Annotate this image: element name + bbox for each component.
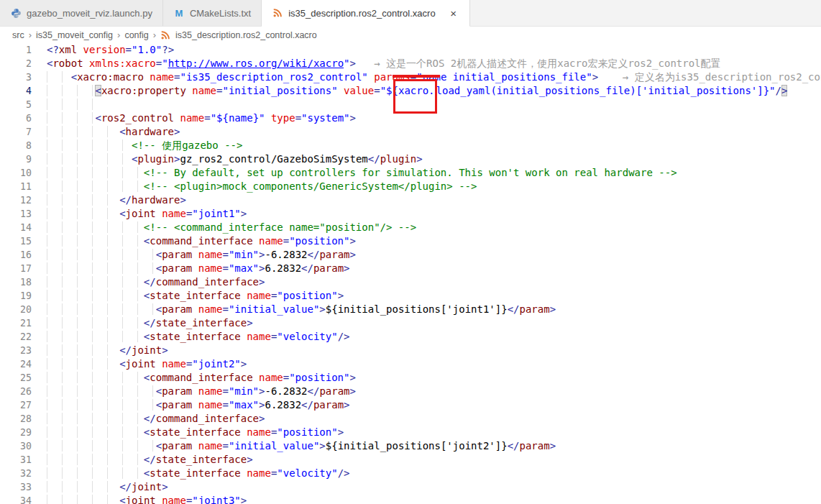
line-number: 30 <box>0 439 32 453</box>
line-number: 2 <box>0 57 32 70</box>
line-number: 24 <box>0 357 32 371</box>
line-number: 34 <box>0 494 32 504</box>
code-line-31[interactable]: 31 </state_interface> <box>0 453 821 467</box>
code-line-8[interactable]: 8 <!-- 使用gazebo --> <box>0 139 821 152</box>
tab-xacro-file[interactable]: is35_description.ros2_control.xacro× <box>262 0 470 27</box>
xml-icon <box>272 7 283 19</box>
line-content[interactable]: <?xml version="1.0"?> <box>32 43 174 57</box>
line-content[interactable]: </joint> <box>32 344 168 357</box>
code-line-23[interactable]: 23 </joint> <box>0 344 821 357</box>
chevron-right-icon: › <box>153 29 156 40</box>
breadcrumb-file[interactable]: is35_description.ros2_control.xacro <box>175 30 317 40</box>
code-line-22[interactable]: 22 <state_interface name="velocity"/> <box>0 330 821 344</box>
code-line-16[interactable]: 16 <param name="min">-6.2832</param> <box>0 248 821 262</box>
line-content[interactable]: <param name="max">6.2832</param> <box>32 262 350 275</box>
code-line-18[interactable]: 18 </command_interface> <box>0 275 821 289</box>
line-content[interactable]: <param name="min">-6.2832</param> <box>32 248 356 262</box>
code-line-13[interactable]: 13 <joint name="joint1"> <box>0 207 821 221</box>
line-content[interactable]: <joint name="joint2"> <box>32 357 247 371</box>
line-content[interactable]: <command_interface name="position"> <box>32 371 356 385</box>
line-content[interactable]: <command_interface name="position"> <box>32 234 356 248</box>
code-line-12[interactable]: 12 </hardware> <box>0 193 821 207</box>
line-content[interactable]: <state_interface name="position"> <box>32 289 344 303</box>
line-content[interactable] <box>32 98 95 111</box>
line-content[interactable]: <joint name="joint3"> <box>32 494 247 504</box>
breadcrumb-item-src[interactable]: src <box>12 30 24 40</box>
code-line-19[interactable]: 19 <state_interface name="position"> <box>0 289 821 303</box>
code-line-7[interactable]: 7 <hardware> <box>0 125 821 139</box>
code-line-20[interactable]: 20 <param name="initial_value">${initial… <box>0 303 821 316</box>
code-line-27[interactable]: 27 <param name="max">6.2832</param> <box>0 398 821 412</box>
line-content[interactable]: <robot xmlns:xacro="http://www.ros.org/w… <box>32 57 721 70</box>
line-number: 29 <box>0 426 32 439</box>
line-number: 14 <box>0 221 32 234</box>
line-content[interactable]: </command_interface> <box>32 412 265 426</box>
code-line-34[interactable]: 34 <joint name="joint3"> <box>0 494 821 504</box>
line-number: 18 <box>0 275 32 289</box>
code-line-28[interactable]: 28 </command_interface> <box>0 412 821 426</box>
chevron-right-icon: › <box>117 29 120 40</box>
line-content[interactable]: <ros2_control name="${name}" type="syste… <box>32 111 356 125</box>
code-line-9[interactable]: 9 <plugin>gz_ros2_control/GazeboSimSyste… <box>0 152 821 166</box>
line-number: 5 <box>0 98 32 111</box>
line-number: 15 <box>0 234 32 248</box>
code-line-14[interactable]: 14 <!-- <command_interface name="positio… <box>0 221 821 234</box>
tab-label: is35_description.ros2_control.xacro <box>288 8 436 19</box>
line-content[interactable]: <param name="initial_value">${initial_po… <box>32 439 556 453</box>
line-number: 31 <box>0 453 32 467</box>
code-line-32[interactable]: 32 <state_interface name="velocity"/> <box>0 467 821 480</box>
line-content[interactable]: <!-- <plugin>mock_components/GenericSyst… <box>32 180 477 193</box>
close-icon[interactable]: × <box>448 8 459 19</box>
line-number: 23 <box>0 344 32 357</box>
line-content[interactable]: <param name="initial_value">${initial_po… <box>32 303 556 316</box>
code-line-11[interactable]: 11 <!-- <plugin>mock_components/GenericS… <box>0 180 821 193</box>
line-content[interactable]: </state_interface> <box>32 316 253 330</box>
line-content[interactable]: <state_interface name="velocity"/> <box>32 330 349 344</box>
code-line-29[interactable]: 29 <state_interface name="position"> <box>0 426 821 439</box>
code-line-30[interactable]: 30 <param name="initial_value">${initial… <box>0 439 821 453</box>
breadcrumb-item-config[interactable]: config <box>124 30 148 40</box>
tab-bar: gazebo_moveit_rviz.launch.pyMCMakeLists.… <box>0 0 821 27</box>
line-content[interactable]: </state_interface> <box>32 453 253 467</box>
code-line-24[interactable]: 24 <joint name="joint2"> <box>0 357 821 371</box>
line-content[interactable]: <param name="max">6.2832</param> <box>32 398 350 412</box>
code-line-1[interactable]: 1<?xml version="1.0"?> <box>0 43 821 57</box>
line-content[interactable]: </hardware> <box>32 193 186 207</box>
code-line-2[interactable]: 2<robot xmlns:xacro="http://www.ros.org/… <box>0 57 821 70</box>
line-content[interactable]: <state_interface name="velocity"/> <box>32 467 349 480</box>
annotation-rectangle <box>393 79 437 114</box>
line-content[interactable]: </joint> <box>32 480 168 494</box>
line-number: 33 <box>0 480 32 494</box>
code-line-33[interactable]: 33 </joint> <box>0 480 821 494</box>
cmake-icon: M <box>173 7 185 19</box>
line-number: 13 <box>0 207 32 221</box>
tab-label: CMakeLists.txt <box>190 8 251 19</box>
code-line-26[interactable]: 26 <param name="min">-6.2832</param> <box>0 385 821 398</box>
code-line-21[interactable]: 21 </state_interface> <box>0 316 821 330</box>
code-line-25[interactable]: 25 <command_interface name="position"> <box>0 371 821 385</box>
line-number: 19 <box>0 289 32 303</box>
line-number: 32 <box>0 467 32 480</box>
tab-gazebo-launch[interactable]: gazebo_moveit_rviz.launch.py <box>0 0 163 26</box>
tab-label: gazebo_moveit_rviz.launch.py <box>27 8 152 19</box>
line-content[interactable]: </command_interface> <box>32 275 265 289</box>
line-content[interactable]: <!-- 使用gazebo --> <box>32 139 242 152</box>
code-line-17[interactable]: 17 <param name="max">6.2832</param> <box>0 262 821 275</box>
line-number: 3 <box>0 70 32 84</box>
line-number: 6 <box>0 111 32 125</box>
line-number: 4 <box>0 84 32 98</box>
line-content[interactable]: <hardware> <box>32 125 180 139</box>
line-number: 9 <box>0 152 32 166</box>
line-content[interactable]: <state_interface name="position"> <box>32 426 344 439</box>
code-line-10[interactable]: 10 <!-- By default, set up controllers f… <box>0 166 821 180</box>
line-content[interactable]: <plugin>gz_ros2_control/GazeboSimSystem<… <box>32 152 423 166</box>
tab-cmakelists[interactable]: MCMakeLists.txt <box>163 0 262 26</box>
code-line-15[interactable]: 15 <command_interface name="position"> <box>0 234 821 248</box>
line-number: 11 <box>0 180 32 193</box>
line-content[interactable]: <!-- By default, set up controllers for … <box>32 166 677 180</box>
breadcrumb-item-is35_moveit_config[interactable]: is35_moveit_config <box>36 30 113 40</box>
line-number: 27 <box>0 398 32 412</box>
line-content[interactable]: <joint name="joint1"> <box>32 207 247 221</box>
line-content[interactable]: <param name="min">-6.2832</param> <box>32 385 356 398</box>
line-content[interactable]: <!-- <command_interface name="position"/… <box>32 221 416 234</box>
